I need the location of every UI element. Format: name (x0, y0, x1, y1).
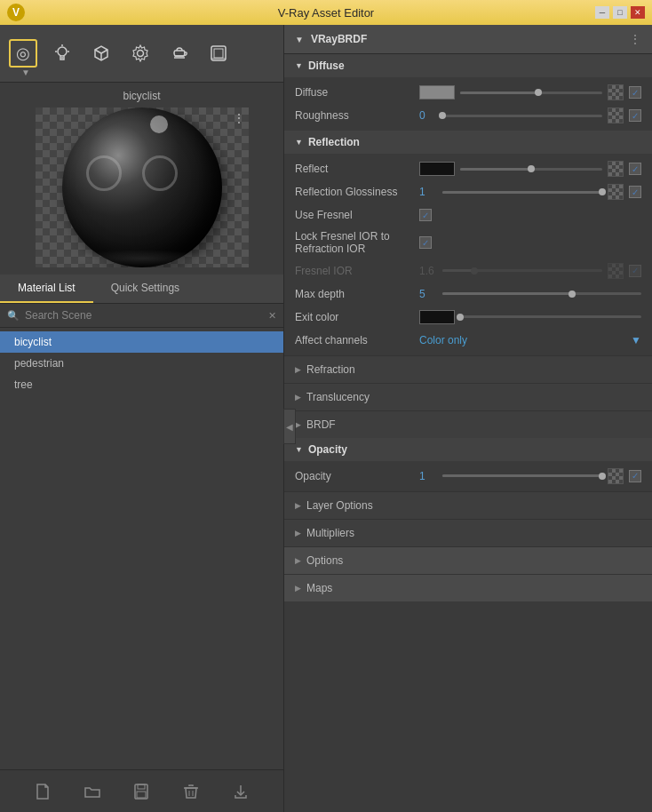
new-file-button[interactable] (30, 779, 55, 804)
exit-color-prop-row: Exit color (284, 306, 652, 329)
lights-toolbar-btn[interactable] (48, 39, 76, 68)
reflect-slider[interactable] (460, 168, 602, 171)
reflect-value (419, 161, 641, 177)
diffuse-slider[interactable] (460, 92, 602, 94)
translucency-section-header[interactable]: ▶ Translucency (284, 383, 652, 410)
roughness-value: 0 (419, 107, 641, 123)
roughness-texture-button[interactable] (608, 107, 624, 123)
sphere-shadow (71, 250, 213, 267)
roughness-slider-thumb[interactable] (439, 112, 446, 119)
panel-collapse-handle[interactable]: ◀ (283, 409, 296, 444)
fresnel-ior-texture-button[interactable] (608, 263, 624, 279)
opacity-prop-row: Opacity 1 (284, 465, 652, 488)
opacity-texture-button[interactable] (608, 468, 624, 484)
refraction-section-header[interactable]: ▶ Refraction (284, 355, 652, 383)
app-logo: V (7, 4, 25, 21)
reflect-texture-button[interactable] (608, 161, 624, 177)
materials-toolbar-btn[interactable]: ◎ (9, 39, 37, 68)
refl-glossiness-slider-thumb[interactable] (599, 188, 606, 195)
save-button[interactable] (129, 779, 154, 804)
max-depth-slider-thumb[interactable] (569, 291, 576, 298)
fresnel-ior-slider-fill (442, 269, 474, 272)
diffuse-color-swatch[interactable] (419, 85, 455, 100)
diffuse-section-header[interactable]: ▼ Diffuse (284, 54, 652, 77)
layer-options-section-header[interactable]: ▶ Layer Options (284, 491, 652, 519)
multipliers-section-header[interactable]: ▶ Multipliers (284, 519, 652, 546)
affect-channels-dropdown[interactable]: Color only ▼ (419, 334, 641, 346)
refl-glossiness-slider[interactable] (442, 191, 602, 194)
maximize-button[interactable]: □ (613, 6, 627, 19)
opacity-section-header[interactable]: ▼ Opacity (284, 438, 652, 461)
opacity-value: 1 (419, 468, 641, 484)
exit-color-slider-thumb[interactable] (457, 314, 464, 321)
options-section-title: Options (306, 554, 343, 567)
geometry-toolbar-btn[interactable] (87, 39, 115, 68)
panel-collapse-arrow[interactable]: ▼ (295, 35, 304, 44)
scene-toolbar-btn[interactable] (165, 39, 194, 68)
opacity-checkbox[interactable] (629, 470, 641, 482)
fresnel-ior-slider-thumb[interactable] (471, 267, 478, 275)
refl-glossiness-prop-row: Reflection Glossiness 1 (284, 180, 652, 203)
use-fresnel-label: Use Fresnel (295, 209, 419, 221)
material-item-tree[interactable]: tree (0, 374, 283, 395)
render-toolbar-btn[interactable] (204, 39, 233, 68)
preview-title: bicyclist (7, 90, 276, 102)
diffuse-section-arrow: ▼ (295, 61, 303, 70)
multipliers-section-arrow: ▶ (295, 529, 301, 537)
diffuse-checkbox[interactable] (629, 86, 641, 99)
delete-button[interactable] (179, 779, 203, 804)
lock-fresnel-value (419, 236, 641, 249)
roughness-checkbox[interactable] (629, 109, 641, 122)
main-container: ◎ (0, 25, 652, 812)
diffuse-prop-row: Diffuse (284, 81, 652, 104)
search-icon: 🔍 (7, 310, 20, 322)
panel-menu-button[interactable]: ⋮ (629, 32, 641, 46)
maps-section-header[interactable]: ▶ Maps (284, 574, 652, 601)
diffuse-texture-button[interactable] (608, 84, 624, 100)
affect-channels-prop-row: Affect channels Color only ▼ (284, 329, 652, 352)
preview-menu-button[interactable]: ⋮ (233, 111, 245, 125)
fresnel-ior-checkbox[interactable] (629, 265, 641, 277)
tab-quick-settings[interactable]: Quick Settings (93, 275, 197, 303)
settings-toolbar-btn[interactable] (126, 39, 155, 68)
diffuse-value (419, 84, 641, 100)
diffuse-label: Diffuse (295, 86, 419, 99)
reflect-color-swatch[interactable] (419, 162, 455, 176)
close-button[interactable]: ✕ (631, 6, 645, 19)
refl-glossiness-checkbox[interactable] (629, 186, 641, 198)
exit-color-slider[interactable] (460, 315, 641, 318)
import-button[interactable] (228, 779, 253, 804)
material-tabs: Material List Quick Settings (0, 275, 283, 304)
brdf-section-header[interactable]: ▶ BRDF (284, 410, 652, 438)
options-section-header[interactable]: ▶ Options (284, 546, 652, 574)
refl-glossiness-value: 1 (419, 184, 641, 200)
fresnel-ior-slider[interactable] (442, 269, 602, 272)
roughness-slider[interactable] (442, 115, 602, 117)
search-clear-button[interactable]: ✕ (268, 310, 276, 322)
reflect-checkbox[interactable] (629, 163, 641, 175)
refl-glossiness-texture-button[interactable] (608, 184, 624, 200)
material-item-pedestrian[interactable]: pedestrian (0, 353, 283, 374)
minimize-button[interactable]: ─ (595, 6, 609, 19)
max-depth-slider[interactable] (442, 292, 641, 295)
sphere-preview (62, 107, 222, 267)
search-input[interactable] (25, 309, 263, 322)
reflection-section-header[interactable]: ▼ Reflection (284, 131, 652, 154)
preview-image (36, 107, 249, 267)
light-icon (52, 44, 72, 63)
maps-section-arrow: ▶ (295, 584, 301, 593)
opacity-number: 1 (419, 470, 437, 482)
opacity-slider[interactable] (442, 474, 602, 477)
reflect-label: Reflect (295, 163, 419, 175)
diffuse-slider-thumb[interactable] (535, 89, 542, 96)
tab-material-list[interactable]: Material List (0, 275, 93, 303)
opacity-slider-thumb[interactable] (599, 473, 606, 480)
translucency-section-title: Translucency (306, 391, 370, 403)
lock-fresnel-checkbox[interactable] (419, 236, 432, 249)
reflect-slider-thumb[interactable] (528, 165, 535, 172)
roughness-prop-row: Roughness 0 (284, 104, 652, 127)
exit-color-swatch[interactable] (419, 310, 455, 324)
material-item-bicyclist[interactable]: bicyclist (0, 331, 283, 353)
open-button[interactable] (80, 779, 105, 804)
use-fresnel-checkbox[interactable] (419, 209, 432, 221)
